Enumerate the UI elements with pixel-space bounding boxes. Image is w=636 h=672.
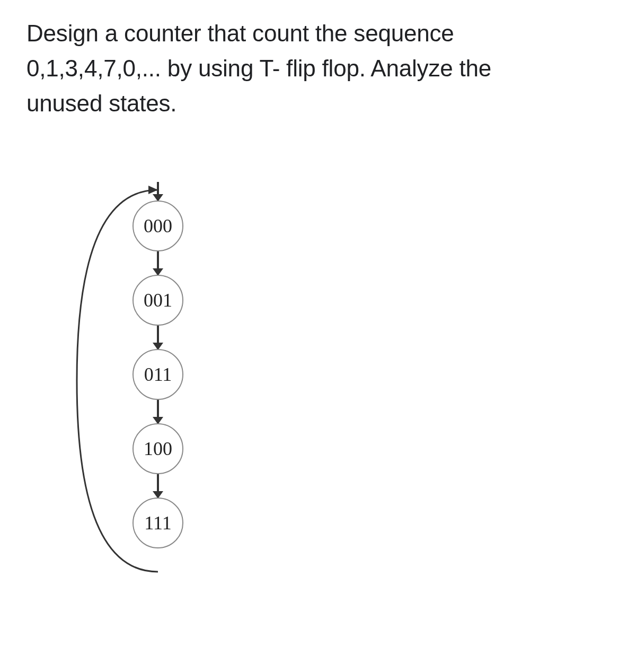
state-label-111: 111: [144, 512, 171, 534]
arrow-001-to-011: [157, 326, 159, 349]
state-100: 100: [132, 423, 183, 474]
arrow-011-to-100: [157, 400, 159, 423]
arrow-100-to-111: [157, 474, 159, 498]
state-label-100: 100: [144, 438, 172, 460]
question-line-1: Design a counter that count the sequence: [26, 20, 454, 46]
state-label-001: 001: [144, 289, 172, 311]
question-line-2: 0,1,3,4,7,0,... by using T- flip flop. A…: [26, 55, 491, 81]
question-text: Design a counter that count the sequence…: [26, 16, 610, 121]
question-line-3: unused states.: [26, 90, 176, 116]
state-111: 111: [132, 498, 183, 548]
arrow-into-000: [157, 182, 159, 200]
state-label-000: 000: [144, 215, 172, 237]
state-011: 011: [132, 349, 183, 400]
state-000: 000: [132, 200, 183, 251]
arrow-000-to-001: [157, 251, 159, 275]
state-label-011: 011: [144, 363, 172, 386]
state-diagram: 000 001 011 100 111: [58, 179, 270, 588]
state-001: 001: [132, 275, 183, 326]
